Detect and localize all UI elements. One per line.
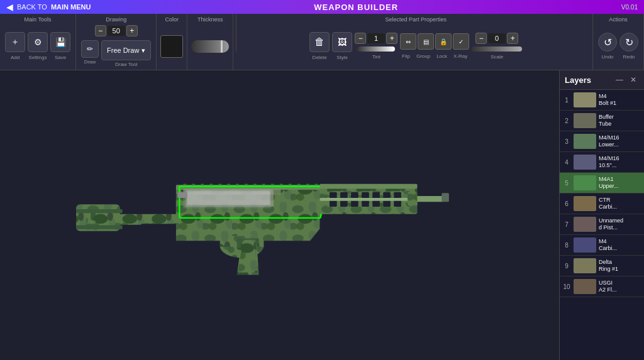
save-button[interactable]: 💾 xyxy=(50,32,70,52)
toolbar: Main Tools ＋ Add ⚙ Settings 💾 Save Drawi… xyxy=(0,14,644,70)
canvas-area[interactable] xyxy=(0,70,559,360)
style-button[interactable]: 🖼 xyxy=(332,32,352,52)
group-button[interactable]: ▤ xyxy=(418,33,434,50)
layer-name: M4/M16 10.5"... xyxy=(599,155,641,169)
main-tools-section: Main Tools ＋ Add ⚙ Settings 💾 Save xyxy=(0,14,76,70)
tint-slider[interactable] xyxy=(357,46,395,52)
scale-value-display: 0 xyxy=(488,33,506,43)
layer-thumb xyxy=(574,92,596,107)
layers-close-button[interactable]: ✕ xyxy=(628,74,639,85)
top-bar: ◀ BACK TO MAIN MENU WEAPON BUILDER V0.01 xyxy=(0,0,644,14)
svg-rect-26 xyxy=(192,183,195,185)
svg-rect-32 xyxy=(245,183,248,185)
draw-tool-label: Draw Tool xyxy=(115,62,137,67)
actions-section: Actions ↺ Undo ↻ Redo xyxy=(593,14,644,70)
tint-minus-button[interactable]: − xyxy=(355,33,366,44)
layer-thumb xyxy=(574,196,596,211)
svg-rect-15 xyxy=(86,211,96,223)
sep1 xyxy=(236,14,236,52)
gas-block xyxy=(408,192,418,205)
layer-num: 3 xyxy=(562,138,571,145)
undo-label: Undo xyxy=(601,54,613,60)
drawing-num-control: − 50 + xyxy=(95,25,138,36)
flip-label: Flip xyxy=(402,53,410,59)
charging-handle xyxy=(177,192,187,197)
drawing-label: Drawing xyxy=(106,16,126,23)
drawing-value-display: 50 xyxy=(108,26,125,36)
layer-thumb xyxy=(574,279,596,294)
layer-name: USGI A2 Fl... xyxy=(599,280,641,293)
layer-item[interactable]: 7 Unnamed d Pist... xyxy=(560,214,644,235)
svg-rect-34 xyxy=(262,183,265,185)
layers-panel: Layers — ✕ 1 M4 Bolt #1 2 Buffer Tube 3 xyxy=(559,70,644,360)
main-tools-content: ＋ Add ⚙ Settings 💾 Save xyxy=(5,25,70,67)
svg-rect-27 xyxy=(201,183,204,185)
layer-num: 9 xyxy=(562,263,571,270)
xray-button[interactable]: ✓ xyxy=(453,33,469,50)
scale-slider[interactable] xyxy=(472,46,522,52)
redo-label: Redo xyxy=(623,54,635,60)
app-title: WEAPON BUILDER xyxy=(314,3,398,12)
drawing-minus-button[interactable]: − xyxy=(95,25,106,36)
main-menu-label[interactable]: MAIN MENU xyxy=(51,3,91,11)
add-button[interactable]: ＋ xyxy=(5,32,25,52)
svg-rect-30 xyxy=(227,183,230,185)
svg-rect-18 xyxy=(118,214,142,224)
layer-item[interactable]: 10 USGI A2 Fl... xyxy=(560,276,644,297)
layer-num: 6 xyxy=(562,200,571,207)
layer-name: Buffer Tube xyxy=(599,114,641,128)
back-arrow-icon[interactable]: ◀ xyxy=(6,2,13,12)
layer-num: 7 xyxy=(562,221,571,228)
svg-rect-36 xyxy=(280,183,283,185)
scale-minus-button[interactable]: − xyxy=(475,33,487,44)
nav-back[interactable]: ◀ BACK TO MAIN MENU xyxy=(6,2,91,12)
layer-item[interactable]: 8 M4 Carbi... xyxy=(560,235,644,256)
svg-rect-38 xyxy=(297,183,301,185)
svg-rect-40 xyxy=(315,183,318,185)
layer-name: CTR Carbi... xyxy=(599,197,641,210)
drawing-content: − 50 + ✏ Draw Free Draw ▾ Draw Tool xyxy=(81,25,151,67)
delete-button[interactable]: 🗑 xyxy=(309,32,330,52)
layer-num: 10 xyxy=(562,283,571,290)
layer-num: 2 xyxy=(562,117,571,124)
muzzle xyxy=(441,193,449,202)
settings-button[interactable]: ⚙ xyxy=(28,32,48,52)
back-to-label: BACK TO xyxy=(17,3,47,11)
redo-button[interactable]: ↻ xyxy=(619,33,638,52)
scale-label: Scale xyxy=(491,54,503,60)
selected-part-section: Selected Part Properties 🗑 Delete 🖼 Styl… xyxy=(239,14,593,70)
style-label: Style xyxy=(336,55,348,60)
scale-plus-button[interactable]: + xyxy=(507,33,518,44)
actions-label: Actions xyxy=(609,16,628,23)
layer-item[interactable]: 1 M4 Bolt #1 xyxy=(560,90,644,111)
layer-item[interactable]: 9 Delta Ring #1 xyxy=(560,256,644,276)
layers-title: Layers xyxy=(565,75,591,85)
color-swatch[interactable] xyxy=(160,35,183,58)
flip-button[interactable]: ⇔ xyxy=(400,33,416,50)
main-content: Layers — ✕ 1 M4 Bolt #1 2 Buffer Tube 3 xyxy=(0,70,644,360)
layer-item[interactable]: 3 M4/M16 Lower... xyxy=(560,131,644,152)
svg-rect-55 xyxy=(187,191,270,205)
drawing-section: Drawing − 50 + ✏ Draw Free Draw ▾ xyxy=(76,14,157,70)
lock-button[interactable]: 🔒 xyxy=(435,33,452,50)
barrel-main xyxy=(320,198,418,201)
settings-label: Settings xyxy=(29,55,47,60)
layers-minimize-button[interactable]: — xyxy=(614,74,625,85)
layer-thumb xyxy=(574,175,596,190)
layer-num: 8 xyxy=(562,242,571,249)
layer-item[interactable]: 2 Buffer Tube xyxy=(560,111,644,131)
layer-item[interactable]: 4 M4/M16 10.5"... xyxy=(560,152,644,173)
drawing-plus-button[interactable]: + xyxy=(126,25,138,36)
layer-item[interactable]: 5 M4A1 Upper... xyxy=(560,173,644,194)
draw-button[interactable]: ✏ xyxy=(81,40,99,58)
delete-label: Delete xyxy=(313,55,327,60)
version-label: V0.01 xyxy=(621,4,638,11)
save-label: Save xyxy=(55,55,66,60)
draw-tool-select[interactable]: Free Draw ▾ xyxy=(101,40,151,60)
thickness-slider[interactable] xyxy=(191,40,229,53)
layer-item[interactable]: 6 CTR Carbi... xyxy=(560,194,644,214)
undo-button[interactable]: ↺ xyxy=(598,33,617,52)
stock xyxy=(76,204,142,231)
tint-plus-button[interactable]: + xyxy=(386,33,397,44)
barrel xyxy=(415,196,445,202)
